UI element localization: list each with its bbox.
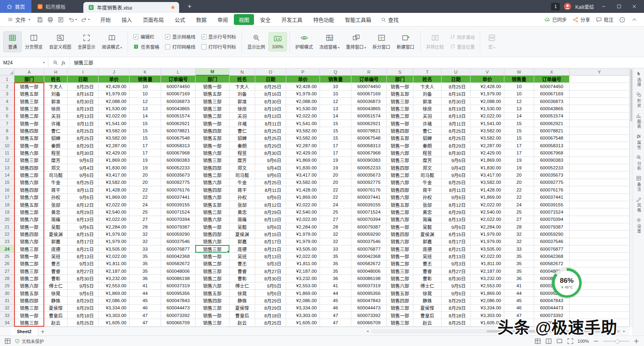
cell-L14[interactable]: 600035673	[161, 171, 196, 179]
close-button[interactable]	[629, 2, 640, 11]
cell-I22[interactable]: 8月15日	[68, 231, 99, 238]
menu-tab-review[interactable]: 审阅	[213, 14, 233, 25]
cell-I29[interactable]: 9月5日	[68, 282, 99, 290]
cell-A9[interactable]: 销售五部	[14, 135, 44, 142]
cell-J10[interactable]: ¥2,287.00	[99, 142, 130, 149]
cell-O24[interactable]: 8月21日	[255, 245, 286, 253]
cell-J12[interactable]: ¥1,869.00	[99, 157, 130, 164]
cell-H17[interactable]: 孙权	[44, 194, 68, 201]
cell-X1[interactable]: 订单编号	[534, 76, 570, 83]
cell-U10[interactable]: 8月29日	[442, 142, 471, 149]
cell-P20[interactable]: ¥2,022.00	[286, 216, 320, 223]
row-header-8[interactable]: 8	[0, 127, 14, 134]
cell-T19[interactable]: 黄忠	[413, 208, 442, 216]
cell-U23[interactable]: 8月17日	[442, 238, 471, 245]
cell-I13[interactable]: 9月4日	[68, 164, 99, 171]
cell-A7[interactable]: 销售一部	[14, 120, 44, 127]
cell-W17[interactable]: 22	[504, 194, 534, 201]
cell-R32[interactable]: 600044473	[351, 305, 387, 312]
cell-X2[interactable]: 600074450	[534, 83, 570, 90]
cell-X17[interactable]: 600037441	[534, 194, 570, 201]
cell-O31[interactable]: 8月29日	[255, 297, 286, 304]
cell-Y15[interactable]	[570, 179, 630, 186]
cell-Y3[interactable]	[570, 91, 630, 98]
row-header-23[interactable]: 23	[0, 238, 14, 245]
cell-Y12[interactable]	[570, 157, 630, 164]
menu-tab-smart-toolbox[interactable]: 智能工具箱	[340, 14, 376, 25]
ribbon-page-break-preview-button[interactable]: 分页预览	[22, 31, 46, 52]
cell-A25[interactable]: 销售一部	[14, 253, 44, 260]
cell-A22[interactable]: 销售四部	[14, 231, 44, 238]
cell-L4[interactable]: 600036873	[161, 98, 196, 105]
cell-I27[interactable]: 8月27日	[68, 268, 99, 275]
row-header-25[interactable]: 25	[0, 253, 14, 260]
cell-K32[interactable]: 46	[130, 305, 161, 312]
cell-V8[interactable]: ¥3,582.00	[471, 127, 504, 134]
cell-U9[interactable]: 8月25日	[442, 135, 471, 142]
cell-X3[interactable]: 600067169	[534, 91, 570, 98]
cell-R29[interactable]: 600037319	[351, 282, 387, 290]
cell-S21[interactable]: 销售一部	[387, 223, 413, 231]
ribbon-sync-scroll-button[interactable]: 同步滚动	[450, 34, 475, 40]
cell-R24[interactable]: 600076877	[351, 245, 387, 253]
cell-U27[interactable]: 8月27日	[442, 268, 471, 275]
cell-X20[interactable]: 600070394	[534, 216, 570, 223]
row-header-15[interactable]: 15	[0, 179, 14, 186]
cell-Q24[interactable]: 33	[320, 245, 351, 253]
cell-H9[interactable]: 貂蝉	[44, 135, 68, 142]
row-header-34[interactable]: 34	[0, 319, 14, 326]
cell-I23[interactable]: 8月17日	[68, 238, 99, 245]
cell-N7[interactable]: 许褚	[229, 120, 255, 127]
cell-H33[interactable]: 曹皇后	[44, 312, 68, 319]
cell-J14[interactable]: ¥3,417.00	[99, 171, 130, 179]
cell-J27[interactable]: ¥2,187.00	[99, 268, 130, 275]
cell-W15[interactable]: 20	[504, 179, 534, 186]
cell-W1[interactable]: 销售量	[504, 76, 534, 83]
cell-M3[interactable]: 销售五部	[196, 91, 229, 98]
show-gridlines-checkbox[interactable]: ✓显示网格线	[165, 33, 196, 40]
cell-U7[interactable]: 8月11日	[442, 120, 471, 127]
cell-A5[interactable]: 销售三部	[14, 105, 44, 112]
cell-O34[interactable]: 8月25日	[255, 319, 286, 326]
cell-L30[interactable]: 600095356	[161, 290, 196, 297]
row-header-5[interactable]: 5	[0, 105, 14, 112]
cell-U18[interactable]: 8月12日	[442, 201, 471, 208]
tab-document[interactable]: 年度销售表.xlsx	[83, 2, 179, 13]
cell-M8[interactable]: 销售四部	[196, 127, 229, 134]
cell-L13[interactable]: 600052233	[161, 164, 196, 171]
cell-O5[interactable]: 8月19日	[255, 105, 286, 112]
cell-U8[interactable]: 8月25日	[442, 127, 471, 134]
cell-T16[interactable]: 蒋干	[413, 186, 442, 194]
formula-content[interactable]: 销售三部	[70, 59, 644, 66]
cell-W12[interactable]: 19	[504, 157, 534, 164]
row-header-17[interactable]: 17	[0, 194, 14, 201]
cell-R5[interactable]: 600043865	[351, 105, 387, 112]
ribbon-freeze-panes-button[interactable]: 冻结窗格▾	[316, 31, 343, 52]
cell-J6[interactable]: ¥2,022.00	[99, 113, 130, 120]
cell-M11[interactable]: 销售六部	[196, 149, 229, 157]
row-header-11[interactable]: 11	[0, 149, 14, 157]
cell-Y6[interactable]	[570, 113, 630, 120]
cell-X25[interactable]: 600042368	[534, 253, 570, 260]
zoom-slider[interactable]	[603, 341, 629, 342]
cell-Q21[interactable]: 28	[320, 223, 351, 231]
cell-V26[interactable]: ¥1,811.00	[471, 260, 504, 268]
cell-V14[interactable]: ¥3,417.00	[471, 171, 504, 179]
cell-M32[interactable]: 销售三部	[196, 305, 229, 312]
cell-X6[interactable]: 600051574	[534, 113, 570, 120]
cell-U33[interactable]: 8月18日	[442, 312, 471, 319]
cell-X7[interactable]: 600062921	[534, 120, 570, 127]
cell-Q22[interactable]: 32	[320, 231, 351, 238]
cell-P21[interactable]: ¥2,284.00	[286, 223, 320, 231]
cell-S13[interactable]: 销售四部	[387, 164, 413, 171]
cell-K22[interactable]: 32	[130, 231, 161, 238]
cell-P28[interactable]: ¥3,232.00	[286, 275, 320, 282]
cell-J26[interactable]: ¥1,811.00	[99, 260, 130, 268]
cell-Q34[interactable]: 47	[320, 319, 351, 326]
cell-L5[interactable]: 600043865	[161, 105, 196, 112]
cell-P7[interactable]: ¥1,541.00	[286, 120, 320, 127]
cell-N2[interactable]: 卞夫人	[229, 83, 255, 90]
menu-tab-security[interactable]: 安全	[255, 14, 275, 25]
cell-J24[interactable]: ¥3,505.00	[99, 245, 130, 253]
cell-Q16[interactable]: 22	[320, 186, 351, 194]
